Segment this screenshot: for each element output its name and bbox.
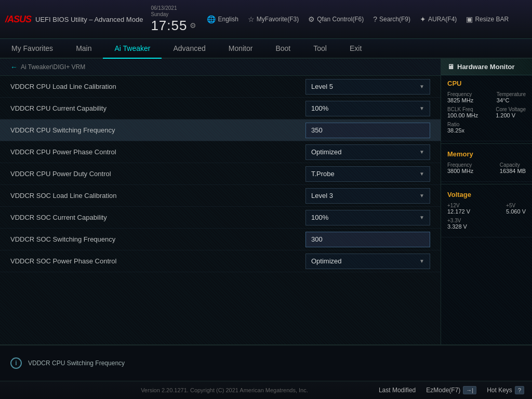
hw-label-12v: +12V: [447, 203, 470, 208]
setting-row-vddcr-cpu-pdc[interactable]: VDDCR CPU Power Duty Control T.Probe ▼: [0, 163, 441, 185]
input-vddcr-cpu-sf[interactable]: 350: [305, 123, 430, 138]
dropdown-value-vddcr-soc-cc: 100%: [311, 214, 328, 221]
resize-bar-button[interactable]: ▣ Resize BAR: [466, 15, 509, 23]
dropdown-value-vddcr-soc-llc: Level 3: [311, 192, 333, 200]
language-button[interactable]: 🌐 English: [207, 15, 238, 23]
info-text: VDDCR CPU Switching Frequency: [28, 360, 125, 367]
info-icon: i: [10, 357, 22, 369]
hw-5v-group: +5V 5.060 V: [506, 203, 526, 215]
input-value-vddcr-cpu-sf: 350: [311, 126, 323, 134]
panels-wrapper: ← Ai Tweaker\DIGI+ VRM VDDCR CPU Load Li…: [0, 59, 532, 344]
datetime-area: 06/13/2021Sunday 17:55 ⚙: [151, 5, 196, 34]
setting-label-vddcr-cpu-pdc: VDDCR CPU Power Duty Control: [10, 170, 305, 178]
footer-last-modified: Last Modified: [379, 387, 416, 394]
aura-icon: ✦: [420, 15, 426, 23]
chevron-down-icon: ▼: [419, 171, 424, 177]
hw-cpu-freq-temp: Frequency 3825 MHz Temperature 34°C: [447, 91, 526, 103]
setting-row-vddcr-cpu-cc[interactable]: VDDCR CPU Current Capability 100% ▼: [0, 98, 441, 119]
setting-label-vddcr-soc-sf: VDDCR SOC Switching Frequency: [10, 235, 305, 243]
setting-label-vddcr-cpu-cc: VDDCR CPU Current Capability: [10, 104, 305, 112]
nav-exit[interactable]: Exit: [338, 39, 373, 59]
chevron-down-icon: ▼: [419, 193, 424, 198]
hw-label-freq: Frequency: [447, 91, 473, 97]
hw-label-corevolt: Core Voltage: [496, 107, 526, 112]
hw-cpu-freq-group: Frequency 3825 MHz: [447, 91, 473, 103]
dropdown-vddcr-soc-llc[interactable]: Level 3 ▼: [305, 188, 430, 204]
setting-row-vddcr-soc-llc[interactable]: VDDCR SOC Load Line Calibration Level 3 …: [0, 185, 441, 207]
hw-section-cpu: CPU Frequency 3825 MHz Temperature 34°C …: [441, 75, 532, 141]
ez-mode-button[interactable]: EzMode(F7) →|: [426, 386, 476, 394]
hw-value-bclk: 100.00 MHz: [447, 112, 478, 118]
qfan-button[interactable]: ⚙ Qfan Control(F6): [308, 15, 364, 23]
hw-section-memory: Memory Frequency 3800 MHz Capacity 16384…: [441, 146, 532, 182]
hw-corevolt-group: Core Voltage 1.200 V: [496, 107, 526, 118]
resize-icon: ▣: [466, 15, 473, 23]
settings-icon-top[interactable]: ⚙: [190, 21, 196, 30]
hw-label-33v: +3.3V: [447, 218, 467, 223]
setting-row-vddcr-soc-sf[interactable]: VDDCR SOC Switching Frequency 300: [0, 229, 441, 250]
nav-my-favorites[interactable]: My Favorites: [0, 39, 64, 59]
dropdown-vddcr-soc-ppc[interactable]: Optimized ▼: [305, 254, 430, 269]
hw-label-5v: +5V: [506, 203, 526, 208]
dropdown-value-vddcr-cpu-llc: Level 5: [311, 83, 333, 90]
resize-bar-label: Resize BAR: [475, 16, 509, 23]
chevron-down-icon: ▼: [419, 215, 424, 220]
hw-cpu-ratio: Ratio 38.25x: [447, 122, 526, 134]
hw-33v-group: +3.3V 3.328 V: [447, 218, 467, 230]
nav-ai-tweaker[interactable]: Ai Tweaker: [103, 39, 162, 59]
hw-mem-freq-cap: Frequency 3800 MHz Capacity 16384 MB: [447, 162, 526, 174]
hw-mem-cap-group: Capacity 16384 MB: [500, 162, 526, 174]
qfan-label: Qfan Control(F6): [317, 16, 364, 23]
bios-title: UEFI BIOS Utility – Advanced Mode: [35, 16, 143, 23]
search-icon: ?: [373, 15, 377, 23]
globe-icon: 🌐: [207, 15, 216, 23]
setting-label-vddcr-soc-llc: VDDCR SOC Load Line Calibration: [10, 192, 305, 200]
nav-boot[interactable]: Boot: [264, 39, 302, 59]
dropdown-vddcr-soc-cc[interactable]: 100% ▼: [305, 210, 430, 225]
dropdown-value-vddcr-soc-ppc: Optimized: [311, 257, 342, 265]
hw-value-corevolt: 1.200 V: [496, 112, 526, 118]
chevron-down-icon: ▼: [419, 258, 424, 264]
setting-row-vddcr-soc-ppc[interactable]: VDDCR SOC Power Phase Control Optimized …: [0, 250, 441, 272]
input-vddcr-soc-sf[interactable]: 300: [305, 232, 430, 247]
nav-tool[interactable]: Tool: [302, 39, 338, 59]
hot-keys-button[interactable]: Hot Keys ?: [487, 386, 524, 394]
hw-label-ratio: Ratio: [447, 122, 464, 127]
dropdown-value-vddcr-cpu-cc: 100%: [311, 104, 328, 112]
hw-bclk-group: BCLK Freq 100.00 MHz: [447, 107, 478, 118]
aura-button[interactable]: ✦ AURA(F4): [420, 15, 457, 23]
search-button[interactable]: ? Search(F9): [373, 15, 410, 23]
dropdown-vddcr-cpu-pdc[interactable]: T.Probe ▼: [305, 166, 430, 182]
aura-label: AURA(F4): [428, 16, 457, 23]
footer-right: Last Modified EzMode(F7) →| Hot Keys ?: [379, 386, 524, 394]
language-label: English: [218, 16, 238, 23]
setting-row-vddcr-soc-cc[interactable]: VDDCR SOC Current Capability 100% ▼: [0, 207, 441, 229]
hw-volt-33: +3.3V 3.328 V: [447, 218, 526, 230]
dropdown-vddcr-cpu-ppc[interactable]: Optimized ▼: [305, 144, 430, 160]
dropdown-vddcr-cpu-llc[interactable]: Level 5 ▼: [305, 79, 430, 95]
nav-monitor[interactable]: Monitor: [217, 39, 264, 59]
topbar-controls: 🌐 English ☆ MyFavorite(F3) ⚙ Qfan Contro…: [207, 15, 527, 23]
hw-divider-2: [441, 184, 532, 184]
breadcrumb-path: Ai Tweaker\DIGI+ VRM: [21, 63, 85, 71]
asus-logo: /ASUS: [5, 14, 31, 25]
hw-monitor-title: Hardware Monitor: [457, 63, 515, 71]
input-value-vddcr-soc-sf: 300: [311, 235, 323, 243]
setting-label-vddcr-cpu-llc: VDDCR CPU Load Line Calibration: [10, 83, 305, 90]
center-panel: ← Ai Tweaker\DIGI+ VRM VDDCR CPU Load Li…: [0, 59, 441, 344]
hw-section-cpu-title: CPU: [447, 79, 526, 87]
hw-value-freq: 3825 MHz: [447, 97, 473, 103]
setting-row-vddcr-cpu-llc[interactable]: VDDCR CPU Load Line Calibration Level 5 …: [0, 76, 441, 98]
setting-row-vddcr-cpu-ppc[interactable]: VDDCR CPU Power Phase Control Optimized …: [0, 141, 441, 163]
ez-mode-label: EzMode(F7): [426, 387, 460, 394]
back-arrow[interactable]: ←: [10, 63, 18, 71]
my-favorite-button[interactable]: ☆ MyFavorite(F3): [248, 15, 299, 23]
hw-label-mem-freq: Frequency: [447, 162, 473, 168]
hw-12v-group: +12V 12.172 V: [447, 203, 470, 215]
nav-main[interactable]: Main: [64, 39, 103, 59]
nav-advanced[interactable]: Advanced: [162, 39, 217, 59]
my-favorite-label: MyFavorite(F3): [257, 16, 299, 23]
setting-row-vddcr-cpu-sf[interactable]: VDDCR CPU Switching Frequency 350: [0, 119, 441, 141]
dropdown-vddcr-cpu-cc[interactable]: 100% ▼: [305, 101, 430, 116]
ez-mode-icon: →|: [463, 386, 476, 394]
